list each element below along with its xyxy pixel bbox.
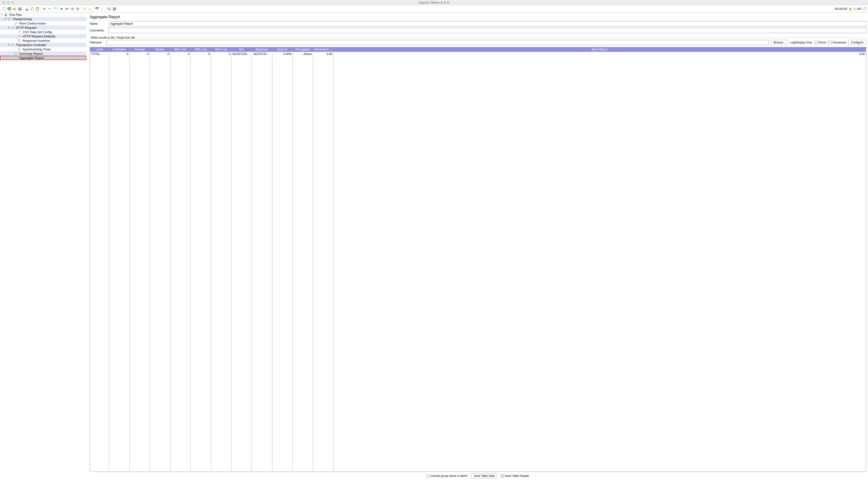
th-label[interactable]: Label xyxy=(90,47,109,52)
svg-point-27 xyxy=(13,26,14,27)
cut-button[interactable] xyxy=(24,6,30,11)
clear-button[interactable] xyxy=(82,6,87,11)
zoom-window-button[interactable] xyxy=(11,1,14,4)
templates-button[interactable] xyxy=(7,6,12,11)
th-average[interactable]: Average xyxy=(129,47,150,52)
save-table-data-button[interactable]: Save Table Data xyxy=(471,473,497,479)
tree-label: Response Assertion xyxy=(22,39,51,42)
svg-point-28 xyxy=(18,39,20,41)
cell-throughput: .0/hour xyxy=(293,52,313,56)
stop-button[interactable] xyxy=(70,6,75,11)
copy-button[interactable] xyxy=(30,6,35,11)
tree-node-summary-report[interactable]: ▼ Summary Report xyxy=(0,51,86,56)
warning-icon[interactable]: ! xyxy=(848,7,852,11)
start-button[interactable] xyxy=(59,6,65,11)
svg-point-26 xyxy=(17,22,17,23)
include-group-checkbox[interactable]: Include group name in label? xyxy=(427,474,468,478)
tree-label: CSV Data Set Config xyxy=(22,30,52,34)
th-samples[interactable]: # Samples xyxy=(109,47,129,52)
browse-button[interactable]: Browse... xyxy=(771,40,788,45)
open-button[interactable] xyxy=(12,6,17,11)
save-table-header-checkbox[interactable]: Save Table Header xyxy=(501,474,529,478)
save-button[interactable] xyxy=(17,6,23,11)
tree-node-sync-timer[interactable]: ▼ Synchronizing Timer xyxy=(0,47,86,51)
table-row[interactable]: TOTAL 0 0 0 0 0 0 92233720368... -922337… xyxy=(90,52,866,56)
th-error[interactable]: Error % xyxy=(272,47,293,52)
cell-max: -9223372036... xyxy=(252,52,272,56)
main-toolbar: ? 00:00:00 ! 1 0/0 xyxy=(0,5,868,12)
name-label: Name: xyxy=(90,22,106,25)
svg-rect-5 xyxy=(19,8,21,9)
listener-icon xyxy=(14,56,18,60)
successes-checkbox[interactable]: Successes xyxy=(829,41,846,44)
tree-node-flow-control[interactable]: ▼ Flow Control Action xyxy=(0,21,86,25)
svg-rect-3 xyxy=(8,7,11,9)
th-99line[interactable]: 99% Line xyxy=(211,47,231,52)
config-icon xyxy=(17,34,21,38)
tree-label: Summary Report xyxy=(19,52,43,55)
window-controls xyxy=(0,1,14,4)
table-header: Label # Samples Average Median 90% Line … xyxy=(90,47,866,52)
close-window-button[interactable] xyxy=(2,1,5,4)
cell-sent: 0.00 xyxy=(334,52,866,56)
table-footer-controls: Include group name in label? Save Table … xyxy=(90,472,866,479)
controller-icon xyxy=(10,43,14,47)
results-table[interactable]: Label # Samples Average Median 90% Line … xyxy=(90,47,866,472)
th-90line[interactable]: 90% Line xyxy=(170,47,191,52)
sampler-icon xyxy=(10,26,14,30)
th-sent[interactable]: Sent KB/sec xyxy=(334,47,866,52)
tree-node-thread-group[interactable]: ▼ Thread Group xyxy=(0,17,86,21)
th-min[interactable]: Min xyxy=(231,47,252,52)
name-input[interactable] xyxy=(108,21,866,26)
th-throughput[interactable]: Throughput xyxy=(293,47,313,52)
svg-rect-32 xyxy=(19,48,20,48)
cell-90: 0 xyxy=(170,52,191,56)
tree-node-response-assertion[interactable]: ▼ Response Assertion xyxy=(0,38,86,43)
search-button[interactable] xyxy=(94,6,99,11)
th-median[interactable]: Median xyxy=(150,47,170,52)
tree-node-transaction-controller[interactable]: ▼ Transaction Controller xyxy=(0,43,86,47)
paste-button[interactable] xyxy=(35,6,40,11)
help-button[interactable]: ? xyxy=(112,6,117,11)
tree-node-http-defaults[interactable]: ▼ HTTP Request Defaults xyxy=(0,34,86,38)
expand-toggle[interactable]: ▼ xyxy=(7,26,10,29)
expand-toggle[interactable]: ▼ xyxy=(7,44,10,46)
new-button[interactable] xyxy=(1,6,7,11)
errors-checkbox[interactable]: Errors xyxy=(814,41,827,44)
cell-95: 0 xyxy=(191,52,211,56)
clear-all-button[interactable] xyxy=(87,6,93,11)
test-plan-tree[interactable]: ▼ Test Plan ▼ Thread Group ▼ Flow Contro… xyxy=(0,12,86,480)
tree-label: Flow Control Action xyxy=(19,22,46,25)
th-95line[interactable]: 95% Line xyxy=(191,47,211,52)
tree-label: Thread Group xyxy=(12,17,32,21)
tree-node-test-plan[interactable]: ▼ Test Plan xyxy=(0,12,86,17)
listener-icon xyxy=(14,52,18,55)
timer-icon xyxy=(17,47,21,51)
svg-text:?: ? xyxy=(114,7,115,10)
cell-average: 0 xyxy=(129,52,150,56)
tree-node-aggregate-report[interactable]: ▼ Aggregate Report xyxy=(0,56,86,60)
expand-toggle[interactable]: ▼ xyxy=(4,18,7,20)
comments-input[interactable] xyxy=(108,28,866,33)
filename-input[interactable] xyxy=(106,40,769,45)
thread-count: 0/0 xyxy=(857,7,861,10)
cell-99: 0 xyxy=(211,52,231,56)
reset-search-button[interactable] xyxy=(99,6,105,11)
toggle-button[interactable] xyxy=(52,6,58,11)
svg-rect-6 xyxy=(19,9,21,10)
add-button[interactable] xyxy=(42,6,47,11)
remove-button[interactable] xyxy=(47,6,52,11)
function-helper-button[interactable] xyxy=(106,6,112,11)
tree-node-http-request[interactable]: ▼ HTTP Request xyxy=(0,25,86,30)
expand-toggle[interactable]: ▼ xyxy=(0,13,3,16)
tree-node-csv-config[interactable]: ▼ CSV Data Set Config xyxy=(0,30,86,34)
th-max[interactable]: Maximum xyxy=(252,47,272,52)
svg-point-7 xyxy=(26,9,27,10)
toolbar-status: 00:00:00 ! 1 0/0 xyxy=(835,7,867,11)
shutdown-button[interactable] xyxy=(75,6,81,11)
minimize-window-button[interactable] xyxy=(7,1,9,4)
th-received[interactable]: Received KB/... xyxy=(313,47,334,52)
flask-icon xyxy=(4,13,8,17)
start-no-timers-button[interactable] xyxy=(65,6,70,11)
configure-button[interactable]: Configure xyxy=(848,40,866,45)
